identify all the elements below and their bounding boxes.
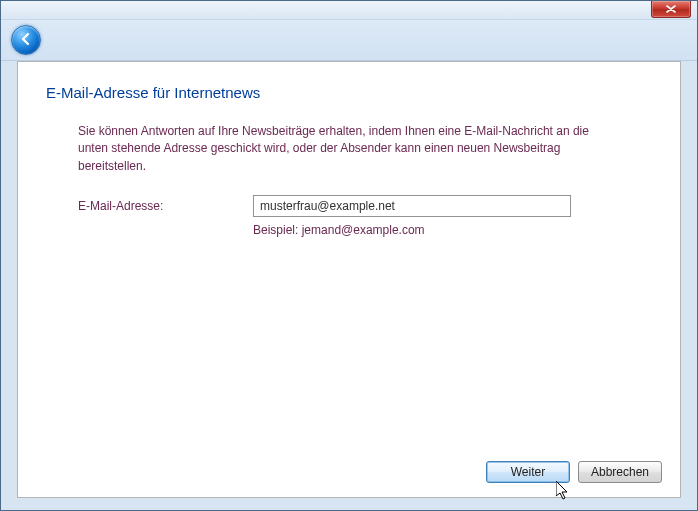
content-panel: E-Mail-Adresse für Internetnews Sie könn… [17, 61, 681, 498]
page-title: E-Mail-Adresse für Internetnews [46, 84, 650, 101]
email-row: E-Mail-Adresse: Beispiel: jemand@example… [78, 195, 650, 237]
next-button[interactable]: Weiter [486, 461, 570, 483]
email-example: Beispiel: jemand@example.com [253, 223, 571, 237]
close-button[interactable] [651, 1, 691, 18]
close-icon [666, 2, 676, 16]
cancel-button[interactable]: Abbrechen [578, 461, 662, 483]
content-inner: E-Mail-Adresse für Internetnews Sie könn… [18, 62, 680, 451]
back-button[interactable] [11, 25, 41, 55]
page-description: Sie können Antworten auf Ihre Newsbeiträ… [78, 123, 618, 175]
nav-bar [1, 20, 697, 61]
wizard-window: E-Mail-Adresse für Internetnews Sie könn… [0, 0, 698, 511]
email-input[interactable] [253, 195, 571, 217]
button-bar: Weiter Abbrechen [18, 451, 680, 497]
email-field-col: Beispiel: jemand@example.com [253, 195, 571, 237]
email-label: E-Mail-Adresse: [78, 195, 253, 213]
title-bar [1, 1, 697, 20]
back-arrow-icon [19, 32, 33, 49]
